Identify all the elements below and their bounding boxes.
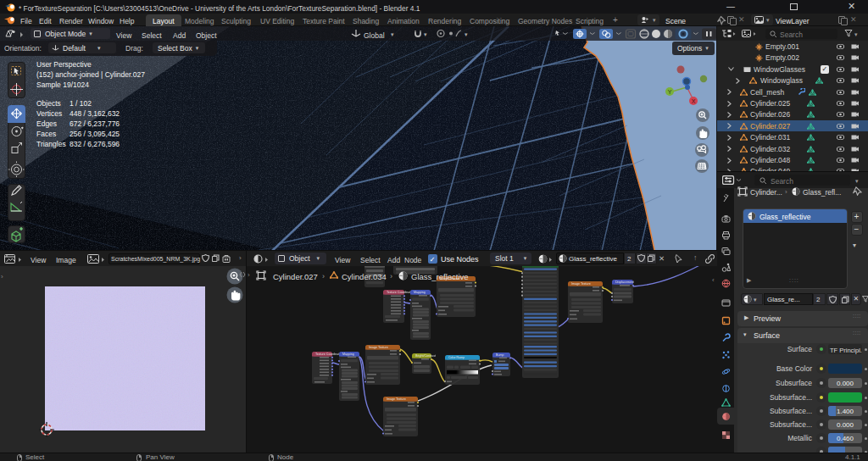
svg-text:Texture Coordinate: Texture Coordinate bbox=[387, 291, 412, 294]
svg-text:Image Texture: Image Texture bbox=[387, 397, 406, 401]
svg-text:Bump: Bump bbox=[496, 353, 504, 357]
svg-text:Displacement: Displacement bbox=[615, 280, 634, 284]
svg-text:Color Ramp: Color Ramp bbox=[448, 356, 465, 359]
svg-text:Mapping: Mapping bbox=[414, 291, 426, 294]
svg-text:Texture Coordinate: Texture Coordinate bbox=[315, 353, 341, 356]
svg-text:Image Texture: Image Texture bbox=[571, 282, 591, 286]
svg-text:X: X bbox=[692, 98, 696, 104]
svg-text:Bright/Contrast: Bright/Contrast bbox=[415, 354, 436, 358]
svg-text:Image Texture: Image Texture bbox=[369, 346, 388, 349]
svg-text:Y: Y bbox=[668, 89, 672, 95]
svg-text:Mapping: Mapping bbox=[342, 353, 354, 356]
